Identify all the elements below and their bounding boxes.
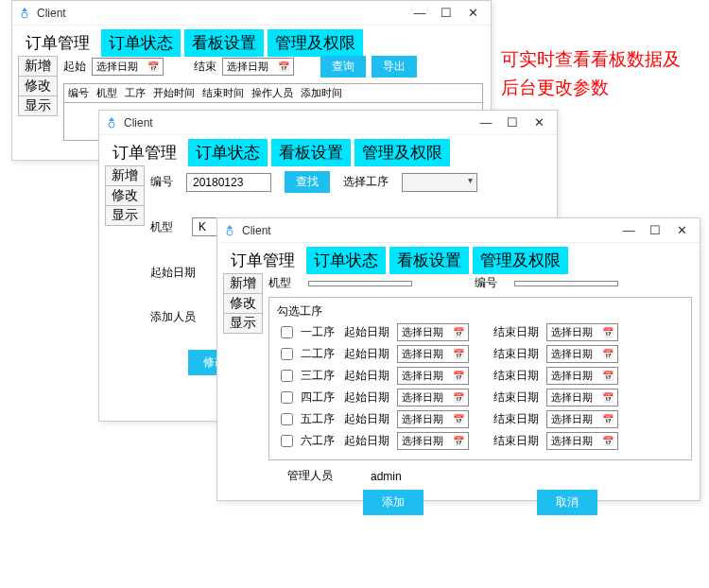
sidebar: 新增 修改 显示 bbox=[18, 56, 58, 116]
start-date-input[interactable]: 选择日期📅 bbox=[397, 410, 469, 428]
process-checkbox[interactable] bbox=[281, 326, 293, 338]
close-button[interactable]: ✕ bbox=[675, 223, 688, 237]
end-date-label: 结束日期 bbox=[493, 346, 541, 362]
svg-point-0 bbox=[22, 12, 27, 18]
end-date-label: 结束日期 bbox=[493, 368, 541, 384]
start-date-input[interactable]: 选择日期📅 bbox=[397, 345, 469, 363]
start-date-input[interactable]: 选择日期📅 bbox=[397, 323, 469, 341]
add-button[interactable]: 添加 bbox=[363, 490, 424, 515]
maximize-button[interactable]: ☐ bbox=[440, 6, 453, 20]
process-checkbox[interactable] bbox=[281, 391, 293, 404]
date-placeholder: 选择日期 bbox=[402, 390, 443, 405]
annotation-text: 可实时查看看板数据及后台更改参数 bbox=[501, 45, 690, 103]
end-date-input[interactable]: 选择日期📅 bbox=[546, 389, 618, 406]
sidebar-edit[interactable]: 修改 bbox=[18, 76, 58, 96]
tab-kanban-settings[interactable]: 看板设置 bbox=[389, 247, 469, 274]
end-date-input[interactable]: 选择日期📅 bbox=[546, 345, 618, 363]
tab-order-status[interactable]: 订单状态 bbox=[188, 139, 268, 166]
sidebar: 新增 修改 显示 bbox=[105, 165, 145, 226]
end-date-input[interactable]: 选择日期📅 bbox=[546, 323, 618, 341]
tab-admin-permissions[interactable]: 管理及权限 bbox=[473, 247, 568, 274]
calendar-icon: 📅 bbox=[453, 371, 464, 381]
calendar-icon: 📅 bbox=[453, 392, 464, 403]
sidebar-show[interactable]: 显示 bbox=[223, 313, 263, 334]
start-date-label: 起始 bbox=[63, 59, 86, 75]
end-date-input[interactable]: 选择日期 📅 bbox=[222, 58, 294, 76]
tab-kanban-settings[interactable]: 看板设置 bbox=[184, 29, 264, 57]
people-label: 添加人员 bbox=[150, 309, 196, 325]
date-placeholder: 选择日期 bbox=[551, 325, 593, 339]
start-date-label: 起始日期 bbox=[344, 389, 391, 406]
process-checkbox[interactable] bbox=[281, 435, 293, 447]
process-name: 六工序 bbox=[301, 433, 338, 449]
process-dropdown[interactable] bbox=[402, 173, 477, 192]
end-date-label: 结束日期 bbox=[493, 411, 541, 427]
date-placeholder: 选择日期 bbox=[402, 412, 443, 426]
process-checkbox[interactable] bbox=[281, 348, 293, 360]
end-date-input[interactable]: 选择日期📅 bbox=[546, 410, 618, 428]
end-date-label: 结束日期 bbox=[493, 389, 541, 406]
model-label: 机型 bbox=[150, 219, 173, 235]
date-placeholder: 选择日期 bbox=[402, 369, 443, 383]
col-proc: 工序 bbox=[125, 86, 146, 100]
sidebar-show[interactable]: 显示 bbox=[105, 205, 145, 226]
sidebar-edit[interactable]: 修改 bbox=[223, 293, 263, 314]
start-date-input[interactable]: 选择日期📅 bbox=[397, 389, 469, 406]
titlebar: Client — ☐ ✕ bbox=[99, 111, 557, 135]
tab-order-status[interactable]: 订单状态 bbox=[306, 247, 386, 274]
close-button[interactable]: ✕ bbox=[466, 6, 479, 20]
minimize-button[interactable]: — bbox=[413, 6, 426, 20]
tab-order-manage[interactable]: 订单管理 bbox=[223, 247, 303, 274]
id-input[interactable]: 20180123 bbox=[186, 173, 271, 192]
sidebar-add[interactable]: 新增 bbox=[223, 273, 263, 294]
model-input[interactable] bbox=[308, 281, 412, 286]
minimize-button[interactable]: — bbox=[479, 115, 493, 130]
window-add-order: Client — ☐ ✕ 订单管理 订单状态 看板设置 管理及权限 新增 修改 … bbox=[216, 217, 700, 501]
col-id: 编号 bbox=[68, 86, 89, 100]
id-input[interactable] bbox=[514, 281, 618, 286]
calendar-icon: 📅 bbox=[602, 392, 614, 403]
tab-bar: 订单管理 订单状态 看板设置 管理及权限 bbox=[99, 135, 557, 166]
process-checkbox[interactable] bbox=[281, 413, 293, 425]
app-icon bbox=[105, 116, 118, 130]
sidebar-add[interactable]: 新增 bbox=[18, 56, 58, 77]
process-checkbox[interactable] bbox=[281, 370, 293, 382]
end-date-input[interactable]: 选择日期📅 bbox=[546, 432, 618, 450]
date-placeholder: 选择日期 bbox=[402, 434, 443, 448]
end-date-input[interactable]: 选择日期📅 bbox=[546, 367, 618, 385]
start-date-input[interactable]: 选择日期📅 bbox=[397, 367, 469, 385]
start-date-input[interactable]: 选择日期📅 bbox=[397, 432, 469, 450]
tab-order-manage[interactable]: 订单管理 bbox=[18, 29, 97, 57]
tab-order-status[interactable]: 订单状态 bbox=[101, 29, 181, 57]
calendar-icon: 📅 bbox=[602, 414, 614, 424]
tab-order-manage[interactable]: 订单管理 bbox=[105, 139, 184, 166]
titlebar: Client — ☐ ✕ bbox=[217, 218, 700, 243]
date-placeholder: 选择日期 bbox=[402, 347, 443, 361]
svg-point-2 bbox=[227, 230, 233, 235]
tab-admin-permissions[interactable]: 管理及权限 bbox=[354, 139, 450, 166]
maximize-button[interactable]: ☐ bbox=[506, 115, 519, 130]
sidebar-add[interactable]: 新增 bbox=[105, 165, 145, 186]
close-button[interactable]: ✕ bbox=[532, 115, 545, 130]
sidebar-show[interactable]: 显示 bbox=[18, 95, 58, 116]
end-date-label: 结束日期 bbox=[493, 324, 541, 340]
start-date-label: 起始日期 bbox=[344, 411, 391, 427]
cancel-button[interactable]: 取消 bbox=[537, 490, 597, 515]
start-date-input[interactable]: 选择日期 📅 bbox=[92, 58, 164, 76]
find-button[interactable]: 查找 bbox=[285, 171, 330, 193]
tab-kanban-settings[interactable]: 看板设置 bbox=[271, 139, 351, 166]
process-name: 一工序 bbox=[301, 324, 338, 340]
calendar-icon: 📅 bbox=[278, 61, 289, 72]
maximize-button[interactable]: ☐ bbox=[648, 223, 662, 237]
export-button[interactable]: 导出 bbox=[372, 56, 417, 78]
search-button[interactable]: 查询 bbox=[320, 56, 366, 78]
date-placeholder: 选择日期 bbox=[227, 60, 268, 74]
id-label: 编号 bbox=[475, 275, 497, 291]
date-placeholder: 选择日期 bbox=[96, 60, 138, 74]
process-row: 四工序起始日期选择日期📅结束日期选择日期📅 bbox=[277, 389, 683, 406]
sidebar-edit[interactable]: 修改 bbox=[105, 185, 145, 206]
tab-admin-permissions[interactable]: 管理及权限 bbox=[268, 29, 363, 57]
process-row: 二工序起始日期选择日期📅结束日期选择日期📅 bbox=[277, 345, 683, 363]
minimize-button[interactable]: — bbox=[622, 223, 635, 237]
calendar-icon: 📅 bbox=[453, 349, 464, 359]
